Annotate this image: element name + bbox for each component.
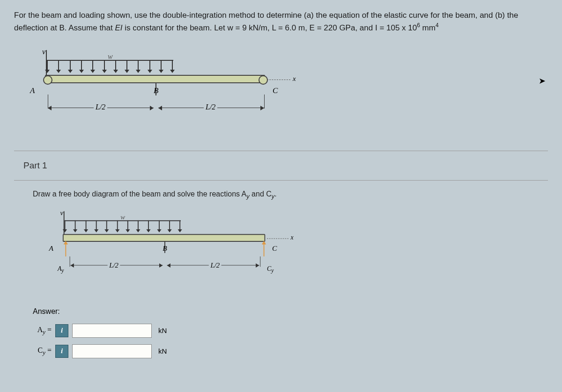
Ay-variable: Ay = <box>33 326 52 336</box>
dim-label-right: L/2 <box>209 261 222 269</box>
v-axis-label: v <box>60 209 63 217</box>
point-C-label: C <box>272 244 277 253</box>
dim-label-right: L/2 <box>204 103 217 111</box>
dim-label-left: L/2 <box>94 103 107 111</box>
distributed-load <box>65 220 181 233</box>
Cy-unit: kN <box>158 347 167 355</box>
point-A-label: A <box>30 86 35 95</box>
answer-row-Cy: Cy = i kN <box>33 343 548 359</box>
cursor-icon: ➤ <box>539 76 546 86</box>
dim-tick <box>264 94 265 109</box>
x-axis-label: x <box>291 234 294 241</box>
v-axis-label: v <box>42 48 45 56</box>
part-1-instruction: Draw a free body diagram of the beam and… <box>33 190 548 200</box>
divider <box>14 151 548 151</box>
support-A <box>43 75 52 85</box>
beam <box>45 75 265 83</box>
answer-section: Answer: Ay = i kN Cy = i kN <box>33 307 548 359</box>
point-B-label: B <box>154 86 158 95</box>
Cy-variable: Cy = <box>33 346 52 356</box>
beam <box>63 234 265 242</box>
point-A-label: A <box>49 244 53 253</box>
distributed-load <box>47 60 173 74</box>
Cy-input[interactable] <box>72 344 152 358</box>
reaction-Ay-arrow <box>65 243 66 256</box>
reaction-Cy-label: Cy <box>267 265 274 274</box>
x-axis-line <box>267 80 290 80</box>
Ay-unit: kN <box>158 327 167 334</box>
dim-tick <box>260 256 260 267</box>
x-axis-line <box>267 238 288 239</box>
answer-row-Ay: Ay = i kN <box>33 323 548 339</box>
beam-diagram-main: v w x A B C L/2 L/2 <box>33 48 295 127</box>
point-B-label: B <box>163 244 167 253</box>
reaction-Ay-label: Ay <box>58 265 64 274</box>
Ay-input[interactable] <box>72 324 152 338</box>
info-button-Cy[interactable]: i <box>55 345 68 358</box>
reaction-Cy-arrow <box>264 243 265 256</box>
info-button-Ay[interactable]: i <box>55 324 68 337</box>
answer-heading: Answer: <box>33 307 548 316</box>
point-C-label: C <box>273 86 278 95</box>
problem-statement: For the beam and loading shown, use the … <box>14 9 548 34</box>
x-axis-label: x <box>293 75 296 83</box>
dim-label-left: L/2 <box>108 261 120 269</box>
divider <box>14 180 548 181</box>
beam-diagram-fbd: v w x A B C Ay Cy L/2 L/2 <box>52 209 293 287</box>
support-C <box>259 75 268 85</box>
dim-tick <box>70 256 70 267</box>
part-1-title: Part 1 <box>23 160 548 171</box>
